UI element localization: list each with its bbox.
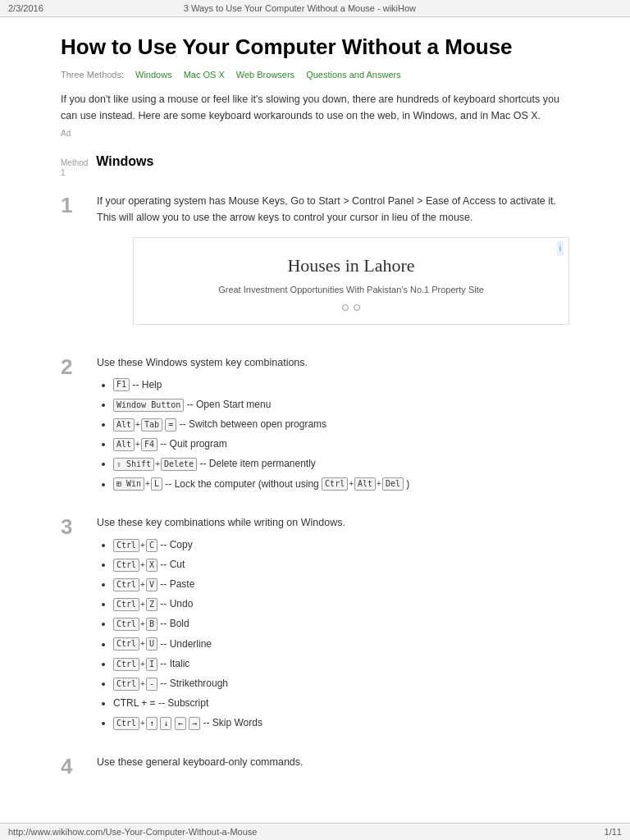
step-3: 3 Use these key combinations while writi… — [61, 514, 569, 736]
step-2-item-5: ⇧ Shift+Delete -- Delete item permanentl… — [113, 456, 569, 472]
step-3-item-cut: Ctrl+X -- Cut — [113, 557, 569, 573]
step-2-item-3: Alt+Tab = -- Switch between open program… — [113, 417, 569, 432]
step-3-item-underline: Ctrl+U -- Underline — [113, 637, 569, 652]
ad-dots — [147, 304, 555, 311]
key-f4: F4 — [141, 438, 158, 451]
step-1-number: 1 — [61, 194, 85, 216]
step-3-text: Use these key combinations while writing… — [97, 514, 569, 531]
step-1-text: If your operating system has Mouse Keys,… — [97, 193, 569, 226]
ad-icon: i — [557, 241, 564, 256]
key-down-skip: ↓ — [160, 717, 171, 730]
key-ctrl-b-b: B — [146, 618, 158, 631]
key-ctrl-v-ctrl: Ctrl — [113, 578, 139, 591]
step-2-item-3-desc: -- Switch between open programs — [180, 418, 326, 430]
step-2-item-2-desc: -- Open Start menu — [187, 399, 272, 410]
browser-bar: 2/3/2016 3 Ways to Use Your Computer Wit… — [0, 0, 630, 17]
key-ctrl-b-ctrl: Ctrl — [113, 618, 139, 631]
key-ctrl-lock: Ctrl — [322, 477, 348, 491]
footer-bar: http://www.wikihow.com/Use-Your-Computer… — [0, 823, 630, 828]
step-4: 4 Use these general keyboard-only comman… — [61, 754, 569, 777]
step-2-item-4: Alt+F4 -- Quit program — [113, 436, 569, 452]
step-3-italic-desc: -- Italic — [160, 658, 189, 669]
step-2-text: Use these Windows system key combination… — [97, 354, 569, 371]
key-l: L — [151, 477, 162, 491]
step-3-paste-desc: -- Paste — [160, 578, 194, 590]
step-3-item-paste: Ctrl+V -- Paste — [113, 577, 569, 592]
step-2-item-4-desc: -- Quit program — [160, 438, 226, 450]
key-ctrl-c-ctrl: Ctrl — [113, 539, 139, 552]
step-4-number: 4 — [61, 756, 85, 777]
step-3-item-skipwords: Ctrl+↑ ↓ ← → -- Skip Words — [113, 715, 569, 731]
intro-text: If you don't like using a mouse or feel … — [61, 91, 569, 124]
key-right-skip: → — [189, 717, 200, 730]
key-ctrl-u-ctrl: Ctrl — [113, 637, 139, 651]
step-3-list: Ctrl+C -- Copy Ctrl+X -- Cut Ctrl+V -- P… — [97, 537, 569, 732]
key-shift: ⇧ Shift — [113, 458, 154, 471]
step-3-undo-desc: -- Undo — [160, 598, 193, 609]
step-3-item-strike: Ctrl+- -- Strikethrough — [113, 676, 569, 692]
key-del-lock: Del — [382, 477, 404, 491]
footer-page: 1/11 — [605, 827, 622, 828]
key-delete: Delete — [161, 458, 197, 471]
method-title: Windows — [96, 154, 153, 169]
step-3-item-copy: Ctrl+C -- Copy — [113, 537, 569, 553]
step-3-skipwords-desc: -- Skip Words — [203, 717, 262, 728]
article-title: How to Use Your Computer Without a Mouse — [61, 34, 569, 62]
ad-label: Ad — [61, 129, 569, 138]
browser-title: 3 Ways to Use Your Computer Without a Mo… — [43, 3, 556, 13]
ad-dot-1 — [342, 304, 349, 311]
key-ctrl-z-z: Z — [146, 598, 158, 611]
method-link-web[interactable]: Web Browsers — [236, 70, 294, 80]
step-2-item-1-desc: -- Help — [132, 379, 162, 390]
step-4-content: Use these general keyboard-only commands… — [97, 754, 569, 770]
key-left-skip: ← — [175, 717, 186, 730]
key-window-button: Window Button — [113, 399, 184, 412]
step-1-content: If your operating system has Mouse Keys,… — [97, 193, 569, 336]
key-ctrl-v-v: V — [146, 578, 158, 591]
key-alt2: Alt — [113, 438, 135, 451]
step-2-item-6: ⊞ Win+L -- Lock the computer (without us… — [113, 477, 569, 492]
step-2: 2 Use these Windows system key combinati… — [61, 354, 569, 496]
page-content: How to Use Your Computer Without a Mouse… — [36, 17, 594, 828]
step-2-item-5-desc: -- Delete item permanently — [199, 458, 315, 469]
method-link-windows[interactable]: Windows — [135, 70, 172, 80]
step-2-list: F1 -- Help Window Button -- Open Start m… — [97, 377, 569, 492]
key-equals: = — [165, 418, 176, 431]
key-f1: F1 — [113, 378, 130, 391]
step-3-item-subscript: CTRL + = -- Subscript — [113, 696, 569, 711]
methods-label: Three Methods: — [61, 70, 124, 80]
browser-date: 2/3/2016 — [8, 3, 43, 13]
step-3-copy-desc: -- Copy — [160, 539, 192, 550]
method-link-macos[interactable]: Mac OS X — [184, 70, 225, 80]
ad-dot-2 — [354, 304, 360, 311]
method-label-text: Method — [61, 158, 88, 168]
step-2-item-6-desc: -- Lock the computer (without using — [165, 478, 322, 490]
ad-block: i Houses in Lahore Great Investment Oppo… — [133, 237, 569, 325]
key-ctrl-dash-dash: - — [146, 678, 158, 691]
key-alt-lock: Alt — [354, 477, 376, 491]
key-ctrl-dash-ctrl: Ctrl — [113, 678, 139, 691]
step-3-cut-desc: -- Cut — [160, 559, 185, 570]
step-2-number: 2 — [61, 356, 85, 377]
ad-block-subtitle: Great Investment Opportunities With Paki… — [147, 283, 555, 298]
methods-bar: Three Methods: Windows Mac OS X Web Brow… — [61, 70, 569, 80]
step-3-underline-desc: -- Underline — [160, 638, 212, 650]
key-ctrl-u-u: U — [146, 637, 158, 651]
method-link-qa[interactable]: Questions and Answers — [306, 70, 401, 80]
step-4-text: Use these general keyboard-only commands… — [97, 754, 569, 770]
key-up-skip: ↑ — [146, 717, 158, 730]
step-3-bold-desc: -- Bold — [160, 618, 189, 629]
footer-url: http://www.wikihow.com/Use-Your-Computer… — [8, 827, 257, 828]
key-ctrl-z-ctrl: Ctrl — [113, 598, 139, 611]
step-3-strike-desc: -- Strikethrough — [160, 678, 228, 689]
step-2-item-6-close: ) — [406, 478, 409, 490]
key-win: ⊞ Win — [113, 477, 144, 491]
step-3-item-italic: Ctrl+I -- Italic — [113, 656, 569, 672]
step-2-item-1: F1 -- Help — [113, 377, 569, 393]
key-ctrl-c-c: C — [146, 539, 158, 552]
method-num-label: Method 1 — [61, 158, 88, 178]
key-ctrl-x-x: X — [146, 559, 158, 572]
method-number-text: 1 — [61, 168, 88, 178]
step-3-content: Use these key combinations while writing… — [97, 514, 569, 736]
step-1: 1 If your operating system has Mouse Key… — [61, 193, 569, 336]
